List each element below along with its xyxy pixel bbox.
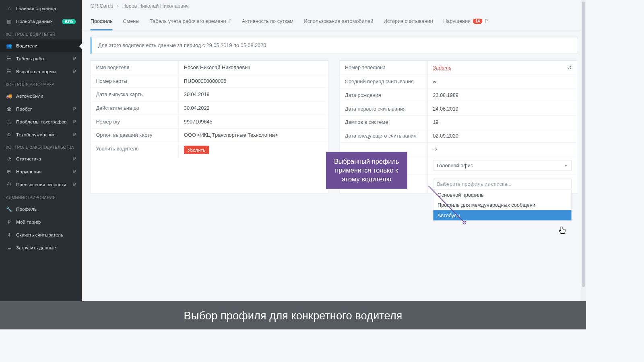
ruble-icon: ₽	[73, 56, 76, 62]
nav-speeding[interactable]: ⏱ Превышения скорости ₽	[0, 178, 82, 191]
section-law-control: КОНТРОЛЬ ЗАКОНОДАТЕЛЬСТВА	[0, 141, 82, 152]
svg-line-1	[429, 186, 464, 222]
truck-icon: 🚚	[6, 93, 12, 99]
fire-driver-button[interactable]: Уволить	[184, 146, 209, 154]
caret-down-icon: ▼	[564, 163, 568, 167]
users-icon: 👥	[6, 43, 12, 49]
row-birth-date: Дата рождения 22.08.1989	[340, 88, 577, 102]
branch-select[interactable]: Головной офис ▼	[433, 160, 572, 171]
calc-icon: ☰	[6, 69, 12, 74]
bar-chart-icon: ▥	[6, 19, 12, 24]
list-icon: ☰	[6, 56, 12, 62]
violations-count-badge: 14	[473, 19, 483, 24]
section-admin: АДМИНИСТРИРОВАНИЕ	[0, 191, 82, 203]
tab-profile[interactable]: Профиль	[91, 19, 113, 31]
wrench-icon: 🔧	[6, 206, 12, 212]
warning-icon: ⚠	[6, 119, 12, 125]
nav-label: Загрузить данные	[16, 245, 56, 251]
nav-mileage[interactable]: 🛣 Пробег ₽	[0, 103, 82, 115]
ruble-icon: ₽	[73, 119, 76, 125]
vertical-scrollbar[interactable]	[581, 0, 586, 301]
ruble-icon: ₽	[73, 132, 76, 138]
section-driver-control: КОНТРОЛЬ ВОДИТЕЛЕЙ	[0, 28, 82, 39]
callout-tooltip: Выбранный профиль применится только к эт…	[326, 152, 407, 189]
nav-label: Автомобили	[16, 93, 43, 99]
home-icon: ⌂	[6, 6, 12, 12]
row-valid-until: Действительна до 30.04.2022	[91, 101, 328, 115]
download-icon: ⬇	[6, 232, 12, 238]
nav-label: Пробег	[16, 106, 32, 112]
tab-violations[interactable]: Нарушения 14 ₽	[443, 19, 488, 31]
scrollbar-thumb[interactable]	[582, 2, 585, 287]
tab-car-usage[interactable]: Использование автомобилей	[303, 19, 373, 31]
road-icon: 🛣	[6, 106, 12, 112]
cloud-upload-icon: ☁	[6, 245, 12, 251]
row-dumps: Дампов в системе 19	[340, 116, 577, 130]
nav-label: Скачать считыватель	[16, 232, 63, 238]
data-period-notice: Для этого водителя есть данные за период…	[91, 37, 577, 54]
row-driver-name: Имя водителя Носов Николай Николаевич	[91, 61, 328, 74]
nav-norm-output[interactable]: ☰ Выработка нормы ₽	[0, 65, 82, 78]
footer-caption: Выбор профиля для конкретного водителя	[0, 301, 586, 329]
nav-profile[interactable]: 🔧 Профиль	[0, 203, 82, 216]
row-issuer: Орган, выдавший карту ООО <ИКЦ Транспорт…	[91, 128, 328, 142]
nav-label: Табель работ	[16, 56, 46, 62]
nav-vehicles[interactable]: 🚚 Автомобили	[0, 90, 82, 103]
nav-label: Водители	[16, 43, 37, 49]
nav-tariff[interactable]: ₽ Мой тариф	[0, 216, 82, 228]
gears-icon: ⚙	[6, 132, 12, 138]
breadcrumb: GR.Cards › Носов Николай Николаевич	[82, 0, 586, 12]
row-issue-date: Дата выпуска карты 30.04.2019	[91, 88, 328, 101]
breadcrumb-current: Носов Николай Николаевич	[122, 3, 189, 9]
breadcrumb-separator: ›	[117, 3, 118, 9]
nav-label: Выработка нормы	[16, 69, 56, 74]
tab-timesheet[interactable]: Табель учета рабочего времени ₽	[150, 19, 231, 31]
history-icon[interactable]: ↺	[567, 64, 572, 71]
nav-label: Техобслуживание	[16, 132, 56, 138]
ruble-icon: ₽	[6, 219, 12, 225]
nav-label: Мой тариф	[16, 219, 41, 225]
gauge-icon: ⏱	[6, 182, 12, 187]
tab-daily-activity[interactable]: Активность по суткам	[242, 19, 293, 31]
shield-icon: ⛨	[6, 169, 12, 175]
row-fire-driver: Уволить водителя Уволить	[91, 142, 328, 158]
nav-label: Главная страница	[16, 6, 56, 12]
pie-chart-icon: ◔	[6, 156, 12, 162]
nav-statistics[interactable]: ◔ Статистика ₽	[0, 152, 82, 165]
ruble-icon: ₽	[73, 106, 76, 112]
nav-maintenance[interactable]: ⚙ Техобслуживание ₽	[0, 128, 82, 141]
nav-drivers[interactable]: 👥 Водители	[0, 39, 82, 52]
callout-connector-line	[425, 183, 469, 227]
nav-upload-data[interactable]: ☁ Загрузить данные	[0, 241, 82, 254]
nav-tacho-problems[interactable]: ⚠ Проблемы тахографов ₽	[0, 115, 82, 128]
tab-read-history[interactable]: История считываний	[384, 19, 433, 31]
cursor-pointer-icon	[559, 226, 566, 237]
nav-home[interactable]: ⌂ Главная страница	[0, 2, 82, 15]
ruble-icon: ₽	[73, 169, 76, 175]
nav-data-fullness[interactable]: ▥ Полнота данных 93%	[0, 15, 82, 28]
ruble-icon: ₽	[73, 69, 76, 74]
main-content: GR.Cards › Носов Николай Николаевич Проф…	[82, 0, 586, 301]
sidebar: ⌂ Главная страница ▥ Полнота данных 93% …	[0, 0, 82, 301]
nav-timesheet[interactable]: ☰ Табель работ ₽	[0, 52, 82, 65]
row-license-number: Номер в/у 9907109645	[91, 115, 328, 129]
nav-download-reader[interactable]: ⬇ Скачать считыватель	[0, 228, 82, 241]
row-avg-period: Средний период считывания ∞	[340, 75, 577, 89]
nav-label: Превышения скорости	[16, 182, 66, 187]
row-next-read: Дата следующего считывания 02.09.2020	[340, 129, 577, 143]
ruble-icon: ₽	[485, 19, 488, 25]
ruble-icon: ₽	[73, 156, 76, 162]
row-first-read: Дата первого считывания 24.06.2019	[340, 102, 577, 116]
nav-label: Полнота данных	[16, 19, 53, 24]
driver-info-panel: Имя водителя Носов Николай Николаевич Но…	[91, 60, 328, 193]
breadcrumb-root[interactable]: GR.Cards	[91, 3, 114, 9]
tabs: Профиль Смены Табель учета рабочего врем…	[82, 12, 586, 30]
set-phone-link[interactable]: Задать	[433, 65, 451, 71]
row-phone: Номер телефона Задать ↺	[340, 61, 577, 75]
tab-shifts[interactable]: Смены	[123, 19, 139, 31]
nav-violations[interactable]: ⛨ Нарушения ₽	[0, 165, 82, 178]
nav-label: Проблемы тахографов	[16, 119, 67, 125]
row-card-number: Номер карты RUD00000000006	[91, 74, 328, 88]
ruble-icon: ₽	[73, 182, 76, 187]
ruble-icon: ₽	[228, 19, 231, 25]
